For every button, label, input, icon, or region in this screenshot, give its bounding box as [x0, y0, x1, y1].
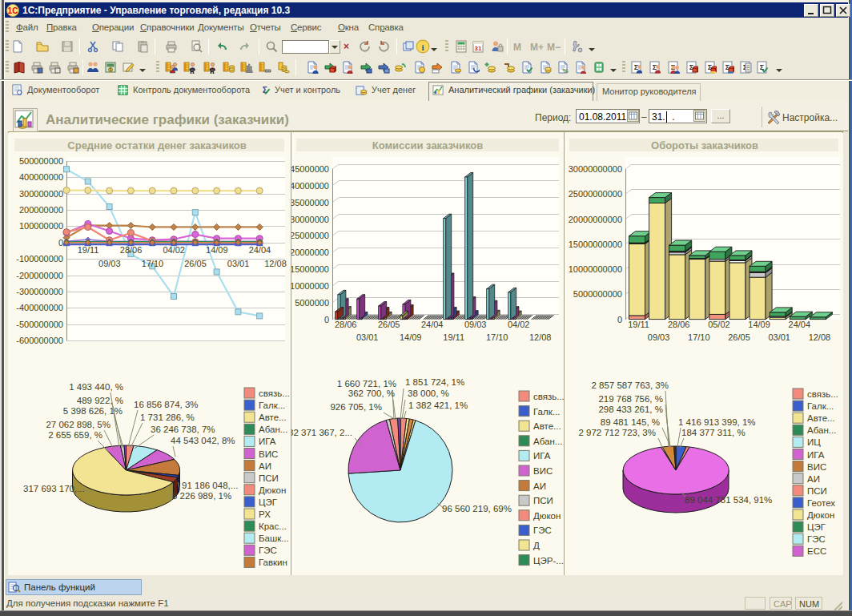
svg-text:24/04: 24/04 — [249, 245, 271, 255]
svg-text:24/04: 24/04 — [789, 320, 811, 329]
svg-text:2 972 712 723, 3%: 2 972 712 723, 3% — [578, 428, 656, 437]
svg-text:25000000: 25000000 — [291, 231, 329, 240]
svg-text:91 186 048,...: 91 186 048,... — [182, 481, 238, 490]
svg-text:5000000: 5000000 — [295, 298, 329, 308]
svg-text:20000000: 20000000 — [291, 248, 329, 257]
svg-text:Обороты заказчиков: Обороты заказчиков — [651, 139, 758, 151]
svg-text:ПСИ: ПСИ — [807, 486, 827, 496]
svg-text:17/10: 17/10 — [486, 332, 508, 342]
svg-text:184 377 311, %: 184 377 311, % — [681, 428, 746, 437]
svg-text:-500000000: -500000000 — [16, 320, 63, 329]
svg-text:0: 0 — [324, 315, 329, 324]
svg-text:500000000: 500000000 — [19, 156, 63, 166]
svg-text:15000000: 15000000 — [291, 264, 329, 274]
svg-text:219 768 756, %: 219 768 756, % — [598, 394, 663, 404]
svg-text:32 371 367, 2...: 32 371 367, 2... — [291, 428, 352, 437]
svg-text:89 481 145, %: 89 481 145, % — [601, 417, 660, 427]
svg-text:Комиссии заказчиков: Комиссии заказчиков — [372, 139, 484, 151]
svg-text:300000000: 300000000 — [19, 189, 63, 199]
svg-text:17/10: 17/10 — [688, 332, 710, 342]
svg-text:100000000: 100000000 — [19, 221, 63, 231]
svg-text:ГЭС: ГЭС — [533, 525, 552, 535]
svg-text:1 382 421, 1%: 1 382 421, 1% — [408, 401, 468, 410]
svg-text:28/06: 28/06 — [668, 320, 690, 329]
svg-text:ВИС: ВИС — [259, 449, 278, 459]
svg-text:2 655 659, %: 2 655 659, % — [48, 430, 102, 440]
svg-text:связь...: связь... — [807, 389, 838, 399]
svg-text:1 493 440, %: 1 493 440, % — [69, 382, 123, 392]
svg-text:АИ: АИ — [807, 474, 820, 484]
svg-text:$: $ — [110, 67, 112, 72]
svg-text:ЕСС: ЕСС — [807, 546, 826, 556]
svg-text:Геотех: Геотех — [807, 498, 835, 508]
svg-text:44 543 042, 8%: 44 543 042, 8% — [171, 436, 235, 445]
svg-text:12/08: 12/08 — [529, 332, 552, 342]
svg-text:14/09: 14/09 — [400, 332, 422, 342]
svg-text:Галк...: Галк... — [259, 401, 285, 410]
svg-text:17/10: 17/10 — [142, 259, 164, 268]
svg-text:-200000000: -200000000 — [16, 271, 63, 280]
svg-text:09/03: 09/03 — [98, 259, 121, 268]
svg-text:400000000: 400000000 — [19, 172, 63, 182]
svg-text:31: 31 — [475, 45, 482, 52]
svg-text:ПСИ: ПСИ — [259, 473, 279, 483]
svg-text:Д: Д — [533, 541, 540, 550]
svg-text:Дюкон: Дюкон — [533, 511, 561, 521]
svg-text:1 731 286, %: 1 731 286, % — [140, 413, 195, 422]
svg-text:40000000: 40000000 — [291, 181, 329, 191]
svg-text:04/02: 04/02 — [508, 320, 530, 329]
svg-text:317 693 170,...: 317 693 170,... — [23, 484, 85, 493]
svg-text:Авте...: Авте... — [807, 413, 835, 423]
svg-text:Средние остатки денег заказчик: Средние остатки денег заказчиков — [67, 139, 246, 151]
svg-text:1 851 724, 1%: 1 851 724, 1% — [405, 377, 464, 387]
svg-text:ГЭС: ГЭС — [259, 546, 277, 555]
svg-text:ГЭС: ГЭС — [807, 534, 826, 544]
svg-text:ИГА: ИГА — [533, 451, 551, 461]
svg-text:38 000, %: 38 000, % — [408, 389, 449, 398]
svg-text:ИЦ: ИЦ — [807, 437, 821, 447]
svg-text:ВИС: ВИС — [533, 466, 553, 476]
svg-text:Галк...: Галк... — [533, 407, 560, 417]
svg-text:8 226 989, 1%: 8 226 989, 1% — [172, 491, 231, 501]
svg-text:2 857 587 763, 3%: 2 857 587 763, 3% — [591, 380, 669, 390]
svg-text:АИ: АИ — [533, 481, 546, 491]
svg-text:АИ: АИ — [259, 461, 271, 471]
svg-text:26/05: 26/05 — [728, 332, 750, 342]
svg-text:Гавкин: Гавкин — [259, 558, 287, 567]
svg-text:28/06: 28/06 — [335, 320, 357, 329]
svg-text:14/09: 14/09 — [748, 320, 770, 329]
svg-text:Дюкон: Дюкон — [259, 485, 286, 495]
svg-text:14/09: 14/09 — [206, 245, 228, 255]
svg-text:Авте...: Авте... — [259, 413, 287, 422]
svg-text:1 660 721, 1%: 1 660 721, 1% — [337, 379, 396, 389]
svg-text:ПСИ: ПСИ — [533, 496, 553, 505]
svg-text:05/02: 05/02 — [708, 320, 730, 329]
svg-text:Башк...: Башк... — [259, 533, 289, 543]
svg-text:28/06: 28/06 — [120, 245, 143, 255]
svg-text:-400000000: -400000000 — [16, 303, 63, 312]
svg-text:30000000: 30000000 — [291, 215, 329, 224]
svg-text:03/01: 03/01 — [227, 259, 250, 268]
svg-text:Дюкон: Дюкон — [807, 510, 834, 520]
svg-text:362 700, %: 362 700, % — [348, 389, 395, 398]
svg-text:-300000000: -300000000 — [16, 287, 63, 296]
svg-text:0: 0 — [58, 238, 63, 248]
svg-text:27 062 898, 5%: 27 062 898, 5% — [46, 420, 111, 429]
svg-text:96 560 219, 69%: 96 560 219, 69% — [442, 504, 512, 513]
svg-text:19/11: 19/11 — [78, 245, 99, 255]
svg-text:Крас...: Крас... — [259, 521, 287, 531]
svg-text:24/04: 24/04 — [421, 320, 444, 329]
svg-text:0: 0 — [617, 315, 622, 324]
svg-text:09/03: 09/03 — [648, 332, 670, 342]
svg-text:-600000000: -600000000 — [16, 336, 63, 345]
svg-text:15000000000: 15000000000 — [569, 240, 622, 249]
svg-text:20000000000: 20000000000 — [569, 215, 622, 224]
svg-text:36 246 738, 7%: 36 246 738, 7% — [151, 425, 215, 434]
svg-text:ИГА: ИГА — [807, 450, 825, 460]
svg-text:03/01: 03/01 — [356, 332, 379, 342]
svg-text:Абан...: Абан... — [807, 425, 836, 435]
svg-text:26/05: 26/05 — [378, 320, 400, 329]
svg-text:ЦЭГ: ЦЭГ — [807, 522, 826, 532]
svg-text:ВИС: ВИС — [807, 462, 826, 472]
svg-text:12/08: 12/08 — [264, 259, 287, 268]
